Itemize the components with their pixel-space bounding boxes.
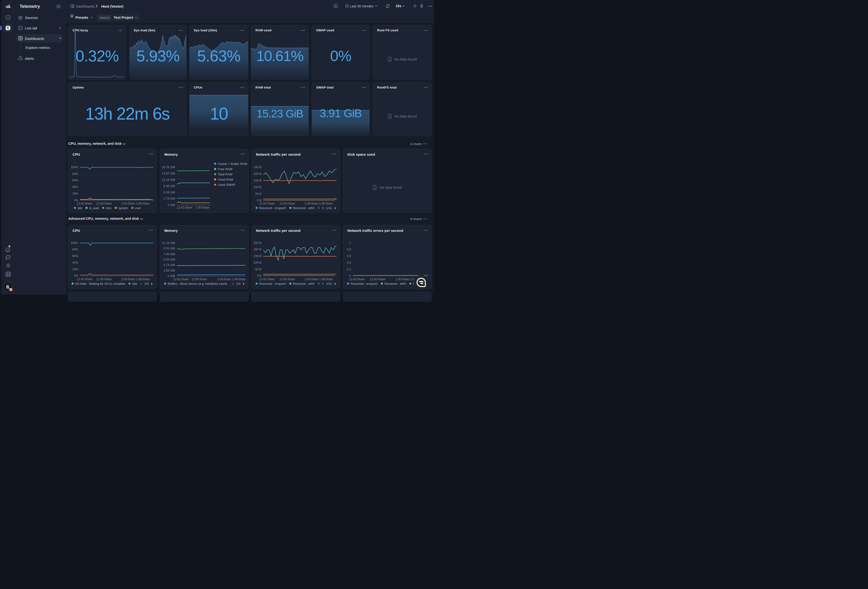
svg-text:Total RAM: Total RAM [218, 173, 232, 176]
svg-text:80%: 80% [72, 248, 78, 251]
svg-text:20%: 20% [72, 268, 78, 271]
svg-text:8.38 GiB: 8.38 GiB [163, 184, 175, 188]
svg-text:50 B: 50 B [255, 268, 261, 271]
svg-text:50 B: 50 B [255, 192, 261, 195]
svg-text:3.73 GiB: 3.73 GiB [163, 263, 175, 267]
svg-text:0%: 0% [74, 274, 78, 277]
svg-text:60%: 60% [72, 255, 78, 258]
svg-text:40%: 40% [72, 261, 78, 264]
svg-text:7.45 GiB: 7.45 GiB [163, 253, 175, 256]
svg-text:150 B: 150 B [254, 255, 261, 258]
svg-text:0 B: 0 B [257, 274, 261, 277]
svg-text:0%: 0% [74, 198, 78, 202]
svg-text:200 B: 200 B [254, 248, 261, 251]
svg-text:1: 1 [349, 241, 351, 245]
svg-text:100%: 100% [71, 241, 78, 245]
svg-text:9.31 GiB: 9.31 GiB [163, 247, 175, 250]
svg-text:150 B: 150 B [254, 179, 261, 182]
svg-text:250 B: 250 B [254, 166, 261, 169]
svg-text:100%: 100% [71, 166, 78, 169]
svg-text:0 GiB: 0 GiB [168, 274, 175, 278]
svg-text:0.4: 0.4 [347, 261, 351, 264]
svg-text:0.2: 0.2 [347, 268, 351, 271]
svg-text:Cache + Buffer RAM: Cache + Buffer RAM [218, 162, 247, 166]
svg-text:NF: NF [10, 289, 12, 290]
svg-text:11.18 GiB: 11.18 GiB [162, 241, 175, 245]
svg-text:13.97 GiB: 13.97 GiB [162, 172, 175, 175]
svg-text:60%: 60% [72, 179, 78, 182]
svg-text:200 B: 200 B [254, 172, 261, 176]
svg-text:16.76 GiB: 16.76 GiB [162, 166, 175, 169]
svg-text:5.59 GiB: 5.59 GiB [163, 258, 175, 261]
svg-text:0.6: 0.6 [347, 255, 351, 258]
svg-text:100 B: 100 B [254, 186, 261, 189]
svg-text:Used SWAP: Used SWAP [218, 183, 236, 186]
svg-text:0.8: 0.8 [347, 248, 351, 251]
svg-text:0 GiB: 0 GiB [168, 203, 175, 207]
svg-text:1.86 GiB: 1.86 GiB [163, 269, 175, 272]
svg-text:Used RAM: Used RAM [218, 178, 233, 181]
svg-text:Free RAM: Free RAM [218, 167, 232, 171]
svg-text:0: 0 [349, 274, 351, 277]
svg-text:2.79 GiB: 2.79 GiB [163, 197, 175, 200]
svg-text:20%: 20% [72, 192, 78, 195]
svg-text:11.18 GiB: 11.18 GiB [162, 178, 175, 182]
svg-text:100 B: 100 B [254, 261, 261, 264]
svg-text:250 B: 250 B [254, 241, 261, 245]
svg-text:80%: 80% [72, 172, 78, 176]
svg-text:40%: 40% [72, 185, 78, 189]
svg-text:5.59 GiB: 5.59 GiB [163, 191, 175, 194]
